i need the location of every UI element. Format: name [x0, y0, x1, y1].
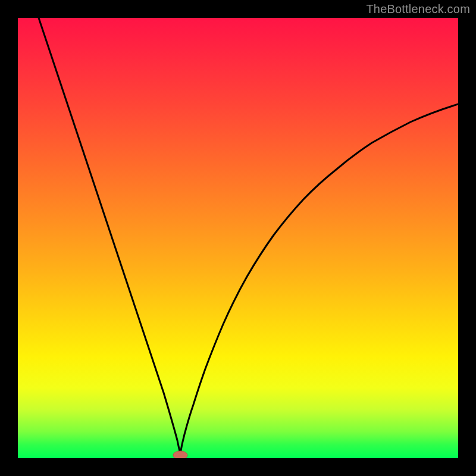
watermark-text: TheBottleneck.com — [366, 2, 470, 16]
curve-right-branch — [180, 104, 458, 453]
trough-marker — [173, 451, 187, 458]
chart-plot-area — [18, 18, 458, 458]
chart-frame: TheBottleneck.com — [0, 0, 476, 476]
chart-curve-svg — [18, 18, 458, 458]
curve-left-branch — [39, 18, 180, 453]
